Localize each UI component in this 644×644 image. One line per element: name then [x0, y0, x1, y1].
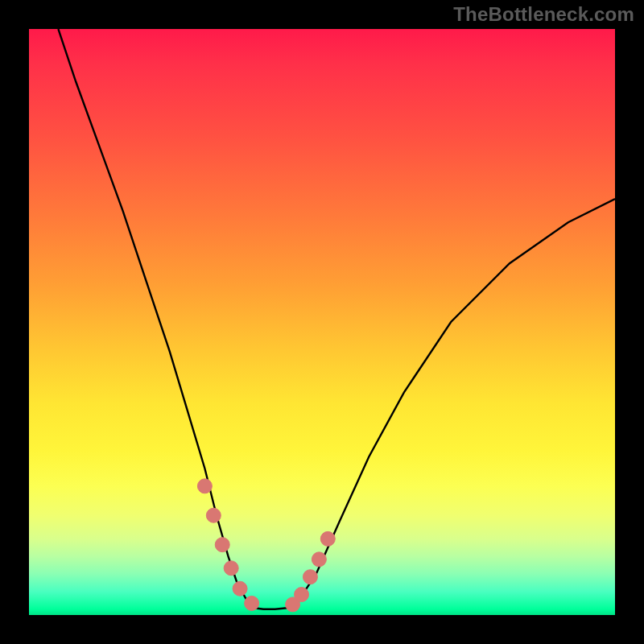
marker-dot: [312, 552, 326, 567]
marker-dot: [245, 596, 259, 610]
marker-dot: [224, 561, 238, 576]
chart-container: TheBottleneck.com: [0, 0, 644, 644]
marker-dot: [197, 479, 212, 493]
marker-dot: [303, 570, 317, 584]
marker-dot: [320, 531, 335, 546]
watermark-text: TheBottleneck.com: [453, 3, 634, 26]
plot-area: [29, 29, 615, 615]
marker-dot: [233, 581, 247, 596]
curve-layer: [29, 29, 615, 615]
marker-dot: [215, 538, 229, 552]
marker-dot: [206, 508, 221, 522]
marker-group: [197, 479, 335, 612]
bottleneck-curve: [58, 29, 615, 609]
marker-dot: [295, 588, 309, 602]
